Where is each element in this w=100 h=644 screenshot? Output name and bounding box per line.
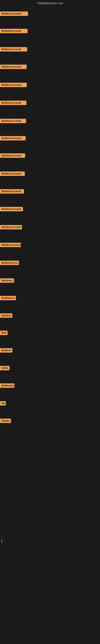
bottleneck-badge[interactable]: Bottleneck result — [0, 189, 24, 194]
bottleneck-badge[interactable]: Bottleneck result — [0, 136, 26, 140]
bottleneck-result-item[interactable]: Bottleneck — [0, 384, 14, 388]
bottleneck-result-item[interactable]: Bottlenec — [0, 278, 14, 284]
bottleneck-result-item[interactable]: Bottleneck result — [0, 136, 26, 141]
bottleneck-result-item[interactable]: Bottleneck result — [0, 189, 24, 194]
bottleneck-badge[interactable]: Bottleneck result — [0, 119, 26, 123]
bottleneck-result-item[interactable]: Bottleneck result — [0, 225, 22, 230]
bottleneck-badge[interactable]: Bottleneck result — [0, 83, 27, 87]
bottleneck-badge[interactable]: Bottlene — [0, 313, 12, 318]
bottleneck-result-item[interactable]: Bottleneck r — [0, 296, 16, 301]
bottleneck-badge[interactable]: Bottlenec — [0, 278, 14, 283]
text-cursor — [1, 539, 2, 543]
bottleneck-badge[interactable]: Bottleneck result — [0, 29, 28, 33]
bottleneck-badge[interactable]: Bottlene — [0, 348, 12, 352]
bottleneck-badge[interactable]: Bottleneck result — [0, 153, 25, 158]
bottleneck-badge[interactable]: Bottleneck result — [0, 172, 25, 176]
site-header: TheBottlenecker.com — [0, 0, 100, 6]
bottleneck-badge[interactable]: Bottleneck result — [0, 12, 28, 16]
bottleneck-badge[interactable]: Bottleneck result — [0, 100, 26, 105]
bottleneck-result-item[interactable]: Bottleneck result — [0, 172, 25, 177]
bottleneck-badge[interactable]: Bottleneck result — [0, 243, 21, 247]
bottleneck-result-item[interactable]: Bottleneck result — [0, 47, 27, 52]
bottleneck-result-item[interactable]: Bottleneck result — [0, 119, 26, 124]
bottleneck-result-item[interactable]: Bottleneck result — [0, 243, 21, 248]
bottleneck-result-item[interactable]: Bottleneck result — [0, 64, 27, 70]
bottleneck-result-item[interactable]: Bottlene — [0, 348, 12, 354]
bottleneck-badge[interactable]: Bot — [0, 401, 6, 406]
bottleneck-badge[interactable]: Bottle — [0, 366, 10, 370]
bottleneck-badge[interactable]: Bottleneck result — [0, 207, 23, 211]
site-title: TheBottlenecker.com — [37, 2, 63, 5]
bottleneck-badge[interactable]: Bottlen — [0, 418, 11, 423]
bottleneck-badge[interactable]: Bottleneck r — [0, 296, 16, 300]
bottleneck-result-item[interactable]: Bott — [0, 331, 8, 336]
bottleneck-result-item[interactable]: Bottleneck result — [0, 100, 26, 106]
bottleneck-badge[interactable]: Bott — [0, 331, 8, 335]
bottleneck-result-item[interactable]: Bottlen — [0, 418, 11, 424]
bottleneck-result-item[interactable]: Bottleneck result — [0, 153, 25, 158]
bottleneck-result-item[interactable]: Bottleneck result — [0, 207, 23, 212]
bottleneck-badge[interactable]: Bottleneck result — [0, 225, 22, 230]
bottleneck-result-item[interactable]: Bottleneck result — [0, 12, 28, 17]
bottleneck-result-item[interactable]: Bottle — [0, 366, 10, 371]
bottleneck-result-item[interactable]: Bottleneck result — [0, 83, 27, 88]
bottleneck-badge[interactable]: Bottleneck — [0, 384, 14, 388]
bottleneck-badge[interactable]: Bottleneck result — [0, 64, 27, 69]
bottleneck-result-item[interactable]: Bot — [0, 401, 6, 406]
bottleneck-result-item[interactable]: Bottleneck result — [0, 29, 28, 34]
bottleneck-result-item[interactable]: Bottleneck res — [0, 260, 19, 266]
bottleneck-badge[interactable]: Bottleneck res — [0, 260, 19, 265]
bottleneck-badge[interactable]: Bottleneck result — [0, 47, 27, 52]
bottleneck-result-item[interactable]: Bottlene — [0, 313, 12, 318]
